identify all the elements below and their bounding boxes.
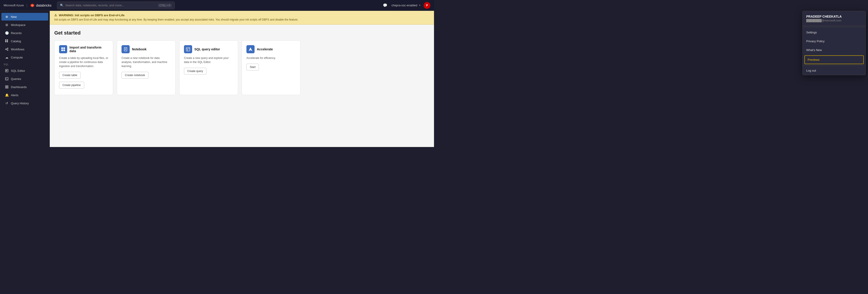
sidebar-item-catalog-label: Catalog bbox=[11, 39, 21, 43]
card-sql-description: Create a new query and explore your data… bbox=[184, 56, 233, 64]
sidebar-item-query-history-label: Query History bbox=[11, 102, 29, 105]
svg-rect-23 bbox=[63, 47, 65, 49]
card-import-data-title: Import and transform data bbox=[69, 46, 108, 53]
create-notebook-button[interactable]: Create notebook bbox=[122, 72, 149, 79]
search-placeholder: Search data, notebooks, recents, and mor… bbox=[65, 4, 124, 7]
svg-marker-33 bbox=[249, 47, 252, 51]
get-started-title: Get started bbox=[54, 30, 430, 36]
svg-rect-19 bbox=[7, 85, 8, 87]
databricks-logo: databricks bbox=[30, 3, 51, 8]
sidebar-item-new-label: New bbox=[11, 15, 17, 19]
create-pipeline-button[interactable]: Create pipeline bbox=[59, 82, 84, 88]
sidebar-item-workspace-label: Workspace bbox=[11, 23, 26, 27]
warning-title-text: WARNING: Init scripts on DBFS are End-of… bbox=[59, 13, 124, 17]
svg-rect-18 bbox=[5, 85, 6, 87]
workspace-icon: ⊞ bbox=[5, 23, 9, 27]
sidebar-item-queries-label: Queries bbox=[11, 77, 21, 81]
card-sql-buttons: Create query bbox=[184, 68, 233, 76]
svg-rect-4 bbox=[7, 39, 8, 41]
card-import-data: Import and transform data Create a table… bbox=[54, 40, 113, 95]
card-import-data-description: Create a table by uploading local files,… bbox=[59, 56, 108, 68]
sidebar-item-recents-label: Recents bbox=[11, 31, 22, 35]
sidebar-item-catalog[interactable]: Catalog bbox=[1, 37, 48, 45]
svg-rect-16 bbox=[5, 77, 8, 80]
svg-rect-6 bbox=[7, 41, 8, 42]
svg-line-11 bbox=[6, 49, 7, 50]
card-sql-title: SQL query editor bbox=[194, 47, 220, 51]
card-accelerate-title: Accelerate bbox=[257, 47, 273, 51]
get-started-section: Get started Import and transform data Cr… bbox=[50, 25, 434, 101]
sidebar-item-alerts-label: Alerts bbox=[11, 94, 18, 97]
azure-label: Microsoft Azure bbox=[4, 4, 24, 7]
sidebar-item-sql-editor-label: SQL Editor bbox=[11, 69, 25, 72]
search-bar[interactable]: 🔍 Search data, notebooks, recents, and m… bbox=[57, 2, 175, 9]
card-sql-icon bbox=[184, 45, 192, 53]
header: Microsoft Azure | databricks 🔍 Search da… bbox=[0, 0, 434, 11]
layout: ⊕ New ⊞ Workspace 🕐 Recents Catalog Work… bbox=[0, 11, 434, 147]
sidebar: ⊕ New ⊞ Workspace 🕐 Recents Catalog Work… bbox=[0, 11, 50, 147]
create-query-button[interactable]: Create query bbox=[184, 68, 206, 75]
feedback-button[interactable]: 💬 bbox=[381, 2, 389, 9]
username-label: chepra-ssc-enabled bbox=[392, 4, 417, 7]
alerts-icon: 🔔 bbox=[5, 93, 9, 97]
card-import-data-header: Import and transform data bbox=[59, 45, 108, 53]
warning-icon: ⚠ bbox=[54, 13, 57, 17]
search-icon: 🔍 bbox=[60, 4, 64, 7]
card-accelerate-icon bbox=[246, 45, 254, 53]
card-notebook-description: Create a new notebook for data analysis,… bbox=[122, 56, 171, 68]
warning-title: ⚠ WARNING: Init scripts on DBFS are End-… bbox=[54, 13, 430, 17]
svg-rect-20 bbox=[5, 87, 6, 88]
sidebar-item-dashboards[interactable]: Dashboards bbox=[1, 83, 48, 91]
card-notebook-header: Notebook bbox=[122, 45, 171, 53]
user-menu-trigger[interactable]: chepra-ssc-enabled ▼ bbox=[392, 4, 421, 7]
svg-rect-21 bbox=[7, 87, 8, 88]
sidebar-item-recents[interactable]: 🕐 Recents bbox=[1, 29, 48, 37]
catalog-icon bbox=[5, 39, 9, 43]
card-sql-header: SQL query editor bbox=[184, 45, 233, 53]
sidebar-item-sql-editor[interactable]: SQL Editor bbox=[1, 67, 48, 75]
svg-point-8 bbox=[7, 48, 8, 49]
card-import-data-icon bbox=[59, 45, 67, 53]
query-history-icon: ↺ bbox=[5, 101, 9, 105]
svg-rect-22 bbox=[61, 47, 63, 49]
svg-rect-25 bbox=[63, 49, 65, 51]
create-table-button[interactable]: Create table bbox=[59, 72, 81, 79]
header-right: 💬 chepra-ssc-enabled ▼ P bbox=[381, 2, 430, 9]
sidebar-item-workspace[interactable]: ⊞ Workspace bbox=[1, 21, 48, 29]
warning-banner: ⚠ WARNING: Init scripts on DBFS are End-… bbox=[50, 11, 434, 25]
sidebar-item-compute[interactable]: ☁ Compute bbox=[1, 53, 48, 61]
sidebar-item-new[interactable]: ⊕ New bbox=[1, 13, 48, 21]
svg-line-10 bbox=[6, 48, 7, 49]
sidebar-item-queries[interactable]: Queries bbox=[1, 75, 48, 83]
avatar[interactable]: P bbox=[424, 2, 430, 9]
svg-rect-24 bbox=[61, 49, 63, 51]
sidebar-item-alerts[interactable]: 🔔 Alerts bbox=[1, 91, 48, 99]
svg-rect-5 bbox=[5, 41, 6, 42]
card-notebook-buttons: Create notebook bbox=[122, 72, 171, 80]
databricks-text: databricks bbox=[36, 3, 51, 7]
sidebar-item-dashboards-label: Dashboards bbox=[11, 85, 27, 89]
workflows-icon bbox=[5, 47, 9, 51]
card-accelerate-description: Accelerate for efficiency. bbox=[246, 56, 296, 60]
start-button[interactable]: Start bbox=[246, 64, 259, 70]
svg-rect-3 bbox=[5, 39, 6, 41]
card-notebook: Notebook Create a new notebook for data … bbox=[117, 40, 176, 95]
sidebar-item-compute-label: Compute bbox=[11, 56, 23, 59]
card-accelerate-header: Accelerate bbox=[246, 45, 296, 53]
new-icon: ⊕ bbox=[5, 15, 9, 19]
card-accelerate-buttons: Start bbox=[246, 64, 296, 72]
search-shortcut: CTRL + P bbox=[158, 4, 172, 7]
sidebar-item-workflows[interactable]: Workflows bbox=[1, 45, 48, 53]
card-accelerate: Accelerate Accelerate for efficiency. St… bbox=[242, 40, 301, 95]
cards-row: Import and transform data Create a table… bbox=[54, 40, 430, 95]
card-notebook-title: Notebook bbox=[132, 47, 147, 51]
brand-separator: | bbox=[27, 4, 28, 7]
svg-point-7 bbox=[5, 49, 6, 50]
sidebar-item-query-history[interactable]: ↺ Query History bbox=[1, 99, 48, 107]
sql-editor-icon bbox=[5, 69, 9, 72]
dashboards-icon bbox=[5, 85, 9, 89]
recents-icon: 🕐 bbox=[5, 31, 9, 35]
sql-section-label: SQL bbox=[0, 62, 50, 67]
sidebar-item-workflows-label: Workflows bbox=[11, 48, 25, 51]
queries-icon bbox=[5, 77, 9, 81]
